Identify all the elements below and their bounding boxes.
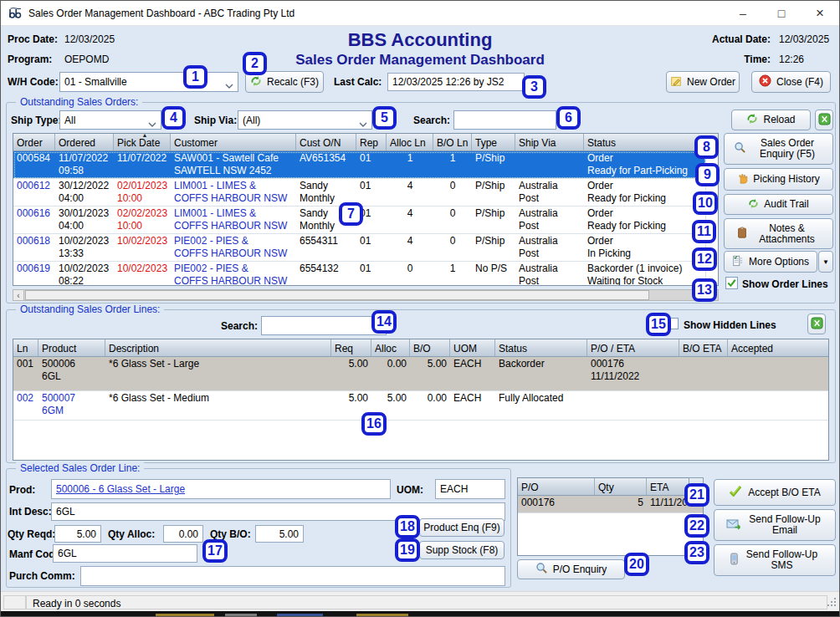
audit-trail-button[interactable]: Audit Trail xyxy=(724,194,833,215)
notes-attachments-button[interactable]: Notes & Attachments xyxy=(724,218,833,249)
selected-line-legend: Selected Sales Order Line: xyxy=(16,462,144,474)
callout-3: 3 xyxy=(522,75,546,99)
ship-type-dropdown[interactable]: All xyxy=(59,110,161,130)
orders-search-label: Search: xyxy=(413,115,450,126)
callout-23: 23 xyxy=(684,541,709,564)
prod-field: 500006 - 6 Glass Set - Large xyxy=(51,479,391,499)
orders-col-header[interactable]: Pick Date▲ xyxy=(114,134,171,150)
more-options-dropdown-arrow[interactable]: ▼ xyxy=(818,251,833,273)
lines-col-header[interactable]: B/O xyxy=(410,339,450,356)
supp-stock-button[interactable]: Supp Stock (F8) xyxy=(419,541,505,559)
orders-horizontal-scrollbar[interactable]: ‹ xyxy=(13,289,719,301)
callout-16: 16 xyxy=(361,412,387,436)
lines-col-header[interactable]: Description xyxy=(105,339,331,356)
lines-export-excel-button[interactable] xyxy=(807,314,826,334)
show-order-lines-checkbox[interactable] xyxy=(725,277,738,292)
uom-label: UOM: xyxy=(397,484,423,496)
int-desc-label: Int Desc: xyxy=(9,506,52,518)
orders-col-header[interactable]: Rep xyxy=(356,134,387,150)
last-calc-field: 12/03/2025 12:26 by JS2 xyxy=(387,73,525,91)
orders-col-header[interactable]: Ordered xyxy=(55,134,114,150)
resize-grip[interactable] xyxy=(827,598,836,606)
order-line-row-001[interactable]: 0015000066GL*6 Glass Set - Large5.000.00… xyxy=(13,357,828,391)
window-close-button[interactable]: × xyxy=(801,1,839,25)
lines-col-header[interactable]: UOM xyxy=(450,339,495,356)
minimize-button[interactable]: – xyxy=(724,1,762,25)
recycle-icon xyxy=(748,198,759,212)
order-line-row-002[interactable]: 0025000076GM*6 Glass Set - Medium5.005.0… xyxy=(13,391,828,421)
lines-search-input[interactable] xyxy=(261,316,387,335)
scrollbar-thumb[interactable] xyxy=(25,290,649,300)
order-row-000584[interactable]: 00058411/07/202209:5811/07/2022SAW001 - … xyxy=(13,151,706,179)
sales-order-enquiry-button[interactable]: Sales Order Enquiry (F5) xyxy=(724,133,833,165)
po-col-header[interactable]: P/O xyxy=(518,478,595,495)
ship-via-label: Ship Via: xyxy=(194,115,237,126)
picking-history-button[interactable]: Picking History xyxy=(724,168,833,191)
order-row-000612[interactable]: 00061230/12/202204:0002/01/202310:00LIM0… xyxy=(13,179,706,207)
callout-1: 1 xyxy=(183,65,207,89)
more-options-button[interactable]: More Options xyxy=(724,251,817,273)
orders-col-header[interactable]: Customer xyxy=(171,134,296,150)
lines-search-label: Search: xyxy=(221,320,258,332)
show-order-lines-label[interactable]: Show Order Lines xyxy=(742,278,828,290)
po-row-000176[interactable]: 000176511/11/2022 xyxy=(518,496,703,513)
green-check-icon xyxy=(729,486,743,499)
orders-col-header[interactable]: Ship Via xyxy=(515,134,584,150)
scroll-left-icon[interactable]: ‹ xyxy=(13,290,24,300)
lines-col-header[interactable]: Req xyxy=(331,339,371,356)
callout-5: 5 xyxy=(372,106,397,130)
lines-col-header[interactable]: Accepted xyxy=(728,339,828,356)
accept-bo-eta-button[interactable]: Accept B/O ETA xyxy=(714,479,836,506)
orders-export-excel-button[interactable] xyxy=(815,110,833,130)
lines-col-header[interactable]: Product xyxy=(38,339,105,356)
recycle-icon xyxy=(250,75,262,89)
clipboard-icon xyxy=(736,227,748,241)
qty-bo-field: 5.00 xyxy=(255,525,304,543)
send-followup-email-button[interactable]: Send Follow-Up Email xyxy=(714,509,836,541)
lines-col-header[interactable]: Status xyxy=(495,339,587,356)
lines-col-header[interactable]: Alloc xyxy=(371,339,410,356)
show-hidden-lines-label[interactable]: Show Hidden Lines xyxy=(684,319,776,331)
reload-button[interactable]: Reload xyxy=(731,110,811,130)
orders-table-header: OrderOrderedPick Date▲CustomerCust O/NRe… xyxy=(13,134,718,151)
callout-18: 18 xyxy=(395,515,420,538)
lines-col-header[interactable]: Ln xyxy=(13,339,38,356)
po-enquiry-button[interactable]: P/O Enquiry xyxy=(517,559,625,579)
lines-col-header[interactable]: P/O / ETA xyxy=(587,339,679,356)
callout-14: 14 xyxy=(371,310,397,334)
orders-col-header[interactable]: Type xyxy=(472,134,515,150)
callout-6: 6 xyxy=(556,106,581,130)
maximize-button[interactable]: □ xyxy=(762,1,801,25)
orders-search-input[interactable] xyxy=(453,110,556,130)
callout-13: 13 xyxy=(692,278,717,302)
orders-col-header[interactable]: Cust O/N xyxy=(296,134,356,150)
product-enq-button[interactable]: Product Enq (F9) xyxy=(419,518,505,537)
magnifier-icon xyxy=(734,141,746,156)
orders-col-header[interactable]: B/O Ln xyxy=(433,134,472,150)
wh-code-dropdown[interactable]: 01 - Smallville xyxy=(59,72,238,92)
new-order-button[interactable]: New Order xyxy=(666,71,740,93)
send-followup-sms-button[interactable]: Send Follow-Up SMS xyxy=(714,544,836,576)
app-logo-icon xyxy=(8,7,23,20)
orders-col-header[interactable]: Alloc Ln xyxy=(387,134,433,150)
lines-col-header[interactable]: B/O ETA xyxy=(679,339,728,356)
product-link[interactable]: 500006 - 6 Glass Set - Large xyxy=(56,483,185,495)
po-col-header[interactable]: Qty xyxy=(595,478,647,495)
actual-date-label: Actual Date: xyxy=(689,33,771,45)
callout-12: 12 xyxy=(692,247,717,271)
order-row-000619[interactable]: 00061910/02/202308:2210/02/2023PIE002 - … xyxy=(13,262,706,286)
uom-field: EACH xyxy=(435,479,505,499)
wh-code-label: W/H Code: xyxy=(8,76,59,88)
close-button[interactable]: Close (F4) xyxy=(751,71,831,93)
orders-col-header[interactable]: Order xyxy=(13,134,55,150)
app-window: Sales Order Management Dashboard - ABC T… xyxy=(0,0,840,617)
callout-8: 8 xyxy=(694,135,719,159)
status-text: Ready in 0 seconds xyxy=(33,598,120,609)
ship-via-dropdown[interactable]: (All) xyxy=(238,110,372,130)
callout-4: 4 xyxy=(161,106,186,130)
last-calc-label: Last Calc: xyxy=(334,76,382,88)
excel-icon xyxy=(818,113,831,128)
order-row-000618[interactable]: 00061810/02/202313:3310/02/2023PIE002 - … xyxy=(13,234,706,262)
checklist-icon xyxy=(732,255,744,269)
email-icon xyxy=(726,518,741,533)
